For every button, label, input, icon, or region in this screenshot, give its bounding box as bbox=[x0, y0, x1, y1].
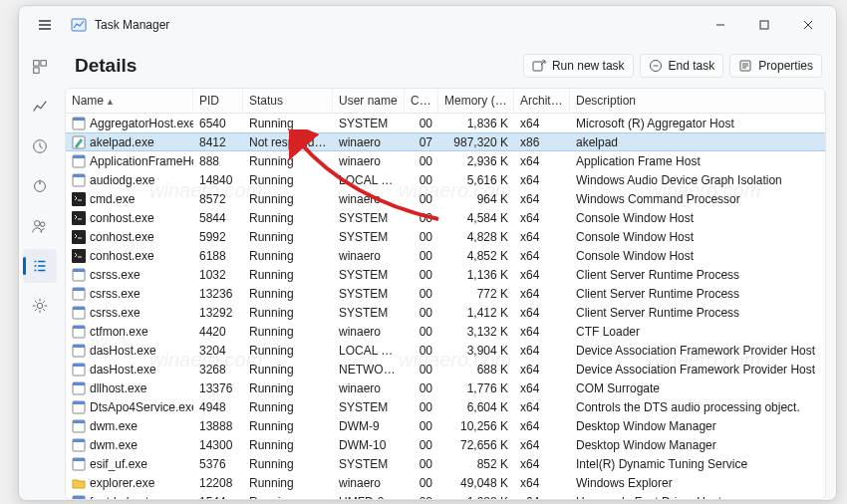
table-row[interactable]: csrss.exe1032RunningSYSTEM001,136 Kx64Cl… bbox=[66, 265, 825, 284]
cell-memory: 72,656 K bbox=[438, 437, 514, 453]
cell-user: NETWORK... bbox=[333, 362, 405, 378]
col-header-arch[interactable]: Archite... bbox=[514, 89, 570, 113]
cell-user: winaero bbox=[333, 324, 405, 340]
cell-description: Windows Audio Device Graph Isolation bbox=[570, 172, 825, 188]
run-new-task-button[interactable]: Run new task bbox=[523, 54, 634, 78]
cell-description: COM Surrogate bbox=[570, 380, 825, 396]
table-body[interactable]: AggregatorHost.exe6540RunningSYSTEM001,8… bbox=[66, 114, 825, 499]
cell-user: winaero bbox=[333, 134, 405, 150]
cell-arch: x64 bbox=[514, 418, 570, 434]
col-header-cpu[interactable]: CPU bbox=[405, 89, 438, 113]
cell-description: Console Window Host bbox=[570, 248, 825, 264]
sidebar-app-history[interactable] bbox=[23, 129, 57, 163]
svg-rect-47 bbox=[73, 496, 85, 499]
col-header-status[interactable]: Status bbox=[243, 89, 333, 113]
close-icon bbox=[802, 19, 814, 31]
sidebar-startup[interactable] bbox=[23, 169, 57, 203]
sidebar-details[interactable] bbox=[23, 249, 57, 283]
svg-rect-21 bbox=[72, 211, 86, 225]
cell-pid: 4420 bbox=[193, 324, 243, 340]
col-header-name[interactable]: Name▲ bbox=[66, 89, 193, 113]
table-row[interactable]: conhost.exe6188Runningwinaero004,852 Kx6… bbox=[66, 246, 825, 265]
minimize-button[interactable] bbox=[699, 9, 742, 41]
svg-point-9 bbox=[37, 303, 42, 308]
table-row[interactable]: dasHost.exe3268RunningNETWORK...00688 Kx… bbox=[66, 360, 825, 378]
svg-rect-10 bbox=[533, 62, 542, 71]
cell-memory: 4,828 K bbox=[438, 229, 514, 245]
sidebar-processes[interactable] bbox=[23, 50, 57, 84]
cell-pid: 3268 bbox=[193, 362, 243, 378]
col-header-user[interactable]: User name bbox=[333, 89, 405, 113]
table-row[interactable]: esif_uf.exe5376RunningSYSTEM00852 Kx64In… bbox=[66, 454, 825, 473]
table-row[interactable]: csrss.exe13292RunningSYSTEM001,412 Kx64C… bbox=[66, 303, 825, 322]
cell-memory: 987,320 K bbox=[438, 134, 514, 150]
cell-user: UMFD-0 bbox=[333, 494, 405, 500]
table-row[interactable]: conhost.exe5992RunningSYSTEM004,828 Kx64… bbox=[66, 227, 825, 246]
table-row[interactable]: dllhost.exe13376Runningwinaero001,776 Kx… bbox=[66, 378, 825, 397]
cell-name: csrss.exe bbox=[66, 286, 193, 302]
cell-name: cmd.exe bbox=[66, 191, 193, 207]
table-row[interactable]: ctfmon.exe4420Runningwinaero003,132 Kx64… bbox=[66, 322, 825, 341]
cell-pid: 13292 bbox=[193, 305, 243, 321]
cell-cpu: 00 bbox=[405, 286, 438, 302]
properties-button[interactable]: Properties bbox=[729, 54, 822, 78]
cell-name: csrss.exe bbox=[66, 267, 193, 283]
table-row[interactable]: conhost.exe5844RunningSYSTEM004,584 Kx64… bbox=[66, 208, 825, 227]
titlebar: Task Manager bbox=[19, 6, 836, 44]
table-row[interactable]: dwm.exe14300RunningDWM-100072,656 Kx64De… bbox=[66, 435, 825, 454]
cell-arch: x64 bbox=[514, 343, 570, 359]
table-row[interactable]: DtsApo4Service.exe4948RunningSYSTEM006,6… bbox=[66, 397, 825, 416]
cell-cpu: 00 bbox=[405, 343, 438, 359]
table-row[interactable]: AggregatorHost.exe6540RunningSYSTEM001,8… bbox=[66, 114, 825, 132]
table-row[interactable]: csrss.exe13236RunningSYSTEM00772 Kx64Cli… bbox=[66, 284, 825, 303]
cell-pid: 6540 bbox=[193, 116, 243, 131]
cell-arch: x64 bbox=[514, 399, 570, 415]
cell-name: dwm.exe bbox=[66, 437, 193, 453]
cell-memory: 6,604 K bbox=[438, 399, 514, 415]
col-header-memory[interactable]: Memory (a... bbox=[438, 89, 514, 113]
cell-arch: x64 bbox=[514, 324, 570, 340]
task-manager-app-icon bbox=[71, 17, 87, 33]
cell-user: winaero bbox=[333, 475, 405, 491]
cell-memory: 3,132 K bbox=[438, 324, 514, 340]
table-row[interactable]: ApplicationFrameHo...888Runningwinaero00… bbox=[66, 151, 825, 170]
table-row[interactable]: explorer.exe12208Runningwinaero0049,048 … bbox=[66, 473, 825, 492]
svg-rect-43 bbox=[73, 439, 85, 442]
cell-name: ApplicationFrameHo... bbox=[66, 153, 193, 169]
table-row[interactable]: cmd.exe8572Runningwinaero00964 Kx64Windo… bbox=[66, 189, 825, 208]
svg-point-8 bbox=[40, 222, 45, 227]
svg-rect-4 bbox=[34, 68, 39, 73]
cell-status: Running bbox=[243, 286, 333, 302]
maximize-button[interactable] bbox=[742, 9, 786, 41]
sidebar-performance[interactable] bbox=[23, 90, 57, 124]
close-button[interactable] bbox=[786, 9, 830, 41]
cell-user: DWM-9 bbox=[333, 418, 405, 434]
table-row[interactable]: fontdrvhost.exe1544RunningUMFD-0001,088 … bbox=[66, 492, 825, 499]
main-panel: Details Run new task End task Properties bbox=[61, 44, 836, 500]
svg-rect-20 bbox=[72, 192, 86, 206]
table-row[interactable]: audiodg.exe14840RunningLOCAL SE...005,61… bbox=[66, 170, 825, 189]
toolbar: Run new task End task Properties bbox=[523, 54, 822, 78]
cell-status: Running bbox=[243, 267, 333, 283]
sidebar-users[interactable] bbox=[23, 209, 57, 243]
cell-name: explorer.exe bbox=[66, 475, 193, 491]
cell-status: Running bbox=[243, 172, 333, 188]
cell-cpu: 00 bbox=[405, 399, 438, 415]
cell-cpu: 00 bbox=[405, 437, 438, 453]
table-row[interactable]: akelpad.exe8412Not respondingwinaero0798… bbox=[66, 132, 825, 151]
cell-description: Device Association Framework Provider Ho… bbox=[570, 362, 825, 378]
window-controls bbox=[699, 9, 830, 41]
end-task-button[interactable]: End task bbox=[640, 54, 724, 78]
svg-rect-1 bbox=[760, 21, 768, 29]
services-icon bbox=[31, 297, 49, 315]
svg-rect-27 bbox=[73, 288, 85, 291]
hamburger-menu-button[interactable] bbox=[29, 9, 61, 41]
col-header-pid[interactable]: PID bbox=[193, 89, 243, 113]
sidebar-services[interactable] bbox=[23, 289, 57, 323]
cell-memory: 688 K bbox=[438, 362, 514, 378]
col-header-description[interactable]: Description bbox=[570, 89, 825, 113]
svg-rect-37 bbox=[73, 382, 85, 385]
table-row[interactable]: dasHost.exe3204RunningLOCAL SE...003,904… bbox=[66, 341, 825, 360]
table-row[interactable]: dwm.exe13888RunningDWM-90010,256 Kx64Des… bbox=[66, 416, 825, 435]
cell-pid: 13888 bbox=[193, 418, 243, 434]
